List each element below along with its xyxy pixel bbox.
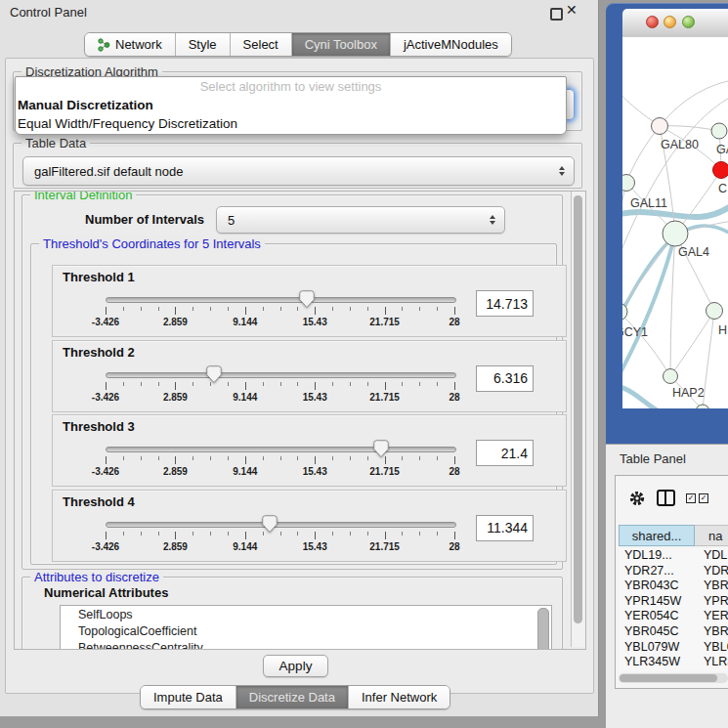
attributes-list-scrollbar[interactable] — [537, 608, 548, 650]
network-node[interactable] — [713, 162, 728, 179]
gear-icon[interactable] — [628, 490, 646, 511]
dropdown-prompt[interactable]: Select algorithm to view settings — [16, 77, 566, 96]
table-cell: YBR0 — [695, 624, 728, 640]
tab-label: Style — [189, 37, 217, 52]
table-toolbar: ✓ ✓ — [616, 476, 728, 521]
checkbox-icon[interactable]: ✓ — [699, 493, 708, 503]
slider-track[interactable] — [106, 447, 456, 452]
tab-impute-data[interactable]: Impute Data — [141, 686, 236, 708]
slider-ticks — [106, 382, 454, 391]
table-cell: YBL0 — [695, 640, 728, 656]
number-of-intervals-value: 5 — [217, 213, 504, 228]
cyni-toolbox-panel: Discretization Algorithm Table Data galF… — [5, 58, 594, 694]
threshold-label: Threshold 4 — [63, 494, 135, 509]
interval-definition-group-title: Interval Definition — [30, 191, 136, 202]
top-tab-bar: NetworkStyleSelectCyni ToolboxjActiveMNo… — [84, 32, 512, 57]
dropdown-option[interactable]: Manual Discretization — [16, 96, 566, 114]
table-row[interactable]: YIL052CYIL0 — [619, 670, 728, 671]
network-node[interactable] — [707, 303, 723, 320]
slider-tick-labels: -3.4262.8599.14415.4321.71528 — [106, 541, 454, 553]
tab-label: Discretize Data — [249, 690, 335, 705]
node-label: C — [718, 182, 727, 195]
attribute-list-item[interactable]: BetweennessCentrality — [61, 639, 551, 650]
dropdown-items: Manual DiscretizationEqual Width/Frequen… — [16, 96, 566, 133]
float-window-icon[interactable] — [550, 8, 563, 21]
checkbox-icon[interactable]: ✓ — [686, 493, 696, 503]
tab-style[interactable]: Style — [176, 33, 231, 56]
apply-button[interactable]: Apply — [263, 655, 328, 677]
slider-ticks — [106, 456, 454, 465]
slider-ticks — [106, 307, 454, 316]
table-row[interactable]: YDL19...YDL1 — [619, 548, 728, 564]
tab-discretize-data[interactable]: Discretize Data — [236, 686, 349, 708]
threshold-value-field[interactable] — [476, 440, 534, 466]
settings-vertical-scrollbar[interactable] — [571, 192, 585, 647]
slider-track[interactable] — [106, 297, 456, 303]
slider-tick-labels: -3.4262.8599.14415.4321.71528 — [106, 466, 454, 478]
split-columns-icon[interactable] — [657, 490, 675, 506]
table-row[interactable]: YER054CYER0 — [619, 609, 728, 624]
threshold-value-field[interactable] — [476, 290, 534, 317]
network-edge — [622, 96, 728, 293]
bottom-tab-bar: Impute DataDiscretize DataInfer Network — [140, 685, 450, 709]
attribute-list-item[interactable]: SelfLoops — [61, 606, 551, 622]
slider-track[interactable] — [106, 522, 456, 528]
threshold-panel: Threshold 4-3.4262.8599.14415.4321.71528 — [52, 490, 567, 562]
network-node[interactable] — [711, 123, 727, 139]
mac-zoom-icon[interactable] — [682, 16, 695, 28]
tab-infer-network[interactable]: Infer Network — [349, 686, 450, 708]
numerical-attributes-list: SelfLoopsTopologicalCoefficientBetweenne… — [60, 605, 552, 650]
network-canvas[interactable]: GAL80GACGAL11GAL4GCY1HHAP2 — [622, 37, 728, 408]
attributes-group-title: Attributes to discretize — [30, 570, 163, 584]
slider-track[interactable] — [106, 372, 456, 378]
table-horizontal-scrollbar[interactable] — [619, 673, 728, 683]
table-row[interactable]: YBR043CYBR0 — [619, 578, 728, 594]
table-cell: YER0 — [695, 609, 728, 624]
mac-close-icon[interactable] — [646, 16, 659, 28]
mac-minimize-icon[interactable] — [664, 16, 676, 28]
number-of-intervals-combobox[interactable]: 5 — [216, 206, 505, 234]
tab-label: Select — [243, 37, 278, 52]
threshold-label: Threshold 1 — [63, 270, 135, 284]
network-window-titlebar[interactable] — [622, 9, 728, 38]
table-panel: Table Panel ✓ ✓ shared...na YDL19...YDL1… — [606, 445, 728, 728]
table-data-group: Table Data galFiltered.sif default node — [13, 143, 582, 189]
threshold-value-field[interactable] — [476, 365, 534, 392]
table-panel-title: Table Panel — [620, 451, 686, 466]
network-view-window: GAL80GACGAL11GAL4GCY1HHAP2 — [606, 3, 728, 444]
table-row[interactable]: YBR045CYBR0 — [619, 624, 728, 640]
close-icon[interactable]: ✕ — [566, 2, 578, 18]
tab-network[interactable]: Network — [85, 33, 176, 56]
table-data-combobox[interactable]: galFiltered.sif default node — [22, 156, 575, 186]
network-node[interactable] — [663, 221, 688, 246]
attribute-list-item[interactable]: TopologicalCoefficient — [61, 622, 551, 639]
tab-jactivemnodules[interactable]: jActiveMNodules — [391, 33, 511, 56]
node-label: GA — [716, 143, 728, 156]
table-row[interactable]: YLR345WYLR3 — [619, 655, 728, 670]
threshold-panel: Threshold 2-3.4262.8599.14415.4321.71528 — [52, 340, 567, 412]
numerical-attributes-label: Numerical Attributes — [44, 585, 168, 600]
slider-tick-labels: -3.4262.8599.14415.4321.71528 — [106, 392, 454, 404]
node-label: GCY1 — [622, 325, 648, 339]
table-data-combobox-value: galFiltered.sif default node — [23, 164, 574, 179]
network-edge — [626, 126, 660, 183]
table-cell: YLR3 — [695, 655, 728, 670]
dropdown-option[interactable]: Equal Width/Frequency Discretization — [16, 114, 566, 133]
network-icon — [98, 38, 110, 52]
control-panel-titlebar: Control Panel ✕ — [0, 0, 598, 23]
table-row[interactable]: YDR27...YDR2 — [619, 564, 728, 579]
table-row[interactable]: YBL079WYBL0 — [619, 640, 728, 656]
network-node[interactable] — [622, 175, 635, 192]
table-row[interactable]: YPR145WYPR1 — [619, 594, 728, 610]
table-header-cell[interactable]: na — [695, 525, 728, 546]
table-data-group-title: Table Data — [21, 136, 90, 150]
network-edge — [703, 311, 714, 408]
network-node[interactable] — [652, 118, 668, 135]
network-node[interactable] — [664, 369, 678, 384]
table-header-cell[interactable]: shared... — [619, 525, 695, 546]
threshold-value-field[interactable] — [476, 515, 534, 541]
tab-cyni-toolbox[interactable]: Cyni Toolbox — [292, 33, 391, 56]
table-cell: YBL079W — [619, 640, 695, 656]
tab-select[interactable]: Select — [231, 33, 292, 56]
table-cell: YIL052C — [619, 670, 695, 671]
